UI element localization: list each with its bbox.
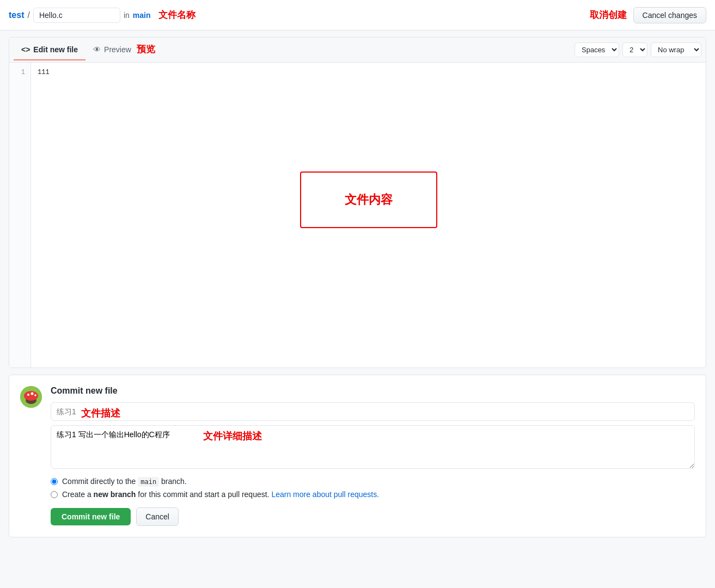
avatar-svg	[20, 386, 42, 408]
line-numbers: 1	[9, 63, 31, 367]
code-content[interactable]: 111 文件内容	[31, 63, 706, 367]
new-branch-bold: new branch	[94, 490, 136, 499]
line-number-1: 1	[15, 67, 25, 78]
editor-toolbar-right: Spaces 2 4 No wrap Soft wrap	[575, 42, 701, 57]
desc-annot-wrapper: 练习1 写出一个输出Hello的C程序 文件详细描述	[51, 425, 695, 477]
commit-summary-input[interactable]	[51, 402, 695, 421]
commit-new-file-button[interactable]: Commit new file	[51, 508, 131, 525]
in-label: in	[124, 11, 130, 20]
filename-annotation: 文件名称	[158, 9, 195, 21]
tab-edit-label: Edit new file	[33, 45, 78, 54]
file-content-annotation: 文件内容	[300, 171, 437, 228]
branch-code: main	[138, 477, 159, 487]
tab-preview[interactable]: 👁 Preview 预览	[85, 38, 163, 62]
commit-actions: Commit new file Cancel	[51, 507, 695, 526]
direct-label: Commit directly to the main branch.	[62, 477, 187, 486]
radio-direct[interactable]	[51, 478, 58, 485]
spaces-select[interactable]: Spaces	[575, 42, 619, 57]
commit-cancel-button[interactable]: Cancel	[136, 507, 179, 526]
commit-summary-wrapper: 文件描述	[51, 402, 695, 425]
filename-input[interactable]	[33, 8, 120, 23]
wrap-select[interactable]: No wrap Soft wrap	[651, 42, 701, 57]
tab-preview-label: Preview	[104, 45, 131, 54]
code-editor: 1 111 文件内容	[9, 63, 706, 367]
radio-new-branch[interactable]	[51, 491, 58, 498]
repo-link[interactable]: test	[9, 10, 24, 20]
path-slash: /	[27, 10, 29, 20]
branch-label: main	[133, 11, 151, 20]
preview-icon: 👁	[93, 45, 101, 54]
commit-option-direct: Commit directly to the main branch.	[51, 477, 695, 486]
top-bar-left: test / in main 文件名称	[9, 8, 590, 23]
preview-annotation: 预览	[137, 43, 155, 56]
svg-point-5	[34, 394, 36, 396]
commit-options: Commit directly to the main branch. Crea…	[51, 477, 695, 499]
commit-title: Commit new file	[51, 386, 695, 396]
tab-edit[interactable]: <> Edit new file	[14, 40, 85, 60]
code-line-1: 111	[38, 67, 699, 78]
commit-desc-textarea[interactable]: 练习1 写出一个输出Hello的C程序	[51, 425, 695, 469]
top-bar: test / in main 文件名称 取消创建 Cancel changes	[0, 0, 715, 30]
cancel-annotation: 取消创建	[590, 9, 627, 21]
edit-icon: <>	[21, 45, 30, 54]
editor-container: <> Edit new file 👁 Preview 预览 Spaces 2 4…	[9, 37, 706, 368]
cancel-changes-button[interactable]: Cancel changes	[633, 7, 706, 23]
editor-tab-bar: <> Edit new file 👁 Preview 预览 Spaces 2 4…	[9, 38, 706, 63]
commit-avatar	[20, 386, 42, 408]
commit-option-branch: Create a new branch for this commit and …	[51, 490, 695, 499]
commit-section: Commit new file 文件描述 练习1 写出一个输出Hello的C程序…	[9, 375, 706, 537]
indent-select[interactable]: 2 4	[622, 42, 647, 57]
svg-point-4	[31, 393, 34, 395]
top-bar-right: 取消创建 Cancel changes	[590, 7, 706, 23]
svg-point-3	[27, 394, 29, 396]
pull-request-link[interactable]: Learn more about pull requests.	[271, 490, 379, 499]
branch-label: Create a new branch for this commit and …	[62, 490, 379, 499]
commit-form: Commit new file 文件描述 练习1 写出一个输出Hello的C程序…	[51, 386, 695, 526]
